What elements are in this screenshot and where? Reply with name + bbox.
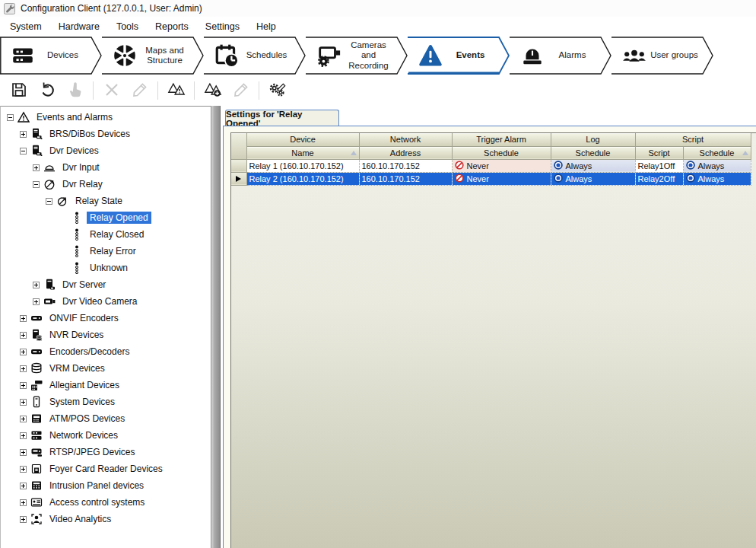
tree-item-nvr-devices[interactable]: NVR Devices	[1, 327, 211, 343]
expand-icon[interactable]	[20, 131, 27, 138]
cell-script[interactable]: Relay2Off	[635, 172, 683, 185]
menu-tools[interactable]: Tools	[108, 19, 147, 34]
column-header-schedule[interactable]: Schedule	[452, 146, 551, 159]
tree-item-label[interactable]: BRS/DiBos Devices	[46, 128, 133, 140]
activate-button[interactable]	[61, 79, 89, 102]
tree-item-label[interactable]: Access control systems	[46, 496, 148, 508]
column-group-script[interactable]: Script	[635, 133, 751, 146]
expand-icon[interactable]	[20, 499, 27, 506]
edit-compound-event-button[interactable]	[227, 79, 255, 102]
tree-item-label[interactable]: Allegiant Devices	[46, 379, 122, 391]
collapse-icon[interactable]	[46, 198, 52, 205]
tree-item-label[interactable]: Video Analytics	[46, 513, 114, 525]
expand-icon[interactable]	[20, 365, 27, 372]
expand-icon[interactable]	[33, 282, 40, 288]
tree-item-label[interactable]: Dvr Server	[59, 279, 109, 291]
tree-item-network-devices[interactable]: Network Devices	[1, 427, 211, 444]
column-header-script[interactable]: Script	[635, 146, 683, 159]
tree-item-rtsp-jpeg-devices[interactable]: RTSP/JPEG Devices	[1, 444, 211, 460]
expand-icon[interactable]	[33, 164, 40, 171]
add-compound-event-button[interactable]	[199, 79, 227, 102]
tab-schedules[interactable]: Schedules	[204, 37, 306, 75]
tab-alarms[interactable]: Alarms	[510, 37, 611, 75]
expand-icon[interactable]	[33, 298, 40, 305]
tree-item-brs-dibos-devices[interactable]: BRS/DiBos Devices	[1, 126, 211, 142]
menu-reports[interactable]: Reports	[147, 19, 197, 34]
column-header-name[interactable]: Name	[246, 146, 359, 159]
current-row-marker[interactable]	[231, 172, 246, 185]
tree-item-allegiant-devices[interactable]: Allegiant Devices	[1, 377, 211, 393]
tab-devices[interactable]: Devices	[0, 37, 102, 75]
expand-icon[interactable]	[20, 349, 27, 355]
expand-icon[interactable]	[20, 483, 27, 489]
expand-icon[interactable]	[20, 449, 27, 456]
tree-item-label[interactable]: Foyer Card Reader Devices	[46, 463, 166, 475]
tree-item-label[interactable]: Relay Opened	[87, 212, 151, 224]
settings-tab[interactable]: Settings for 'Relay Opened'	[225, 110, 339, 126]
tree-item-label[interactable]: NVR Devices	[46, 329, 106, 341]
tab-maps-and-structure[interactable]: Maps and Structure	[102, 37, 204, 75]
expand-icon[interactable]	[20, 466, 27, 473]
tree-item-label[interactable]: VRM Devices	[46, 362, 108, 374]
tree-item-label[interactable]: RTSP/JPEG Devices	[46, 446, 138, 458]
tree-item-relay-error[interactable]: Relay Error	[1, 243, 211, 260]
tree-item-dvr-relay[interactable]: Dvr Relay	[1, 176, 211, 193]
delete-button[interactable]	[97, 79, 125, 102]
tree-item-atm-pos-devices[interactable]: ATM/POS Devices	[1, 410, 211, 427]
tree-item-label[interactable]: Dvr Relay	[59, 178, 106, 190]
menu-system[interactable]: System	[2, 19, 50, 34]
expand-icon[interactable]	[20, 399, 27, 406]
expand-icon[interactable]	[20, 315, 27, 322]
tree-item-label[interactable]: Network Devices	[46, 429, 121, 441]
tree-item-events-and-alarms[interactable]: Events and Alarms	[1, 109, 211, 126]
undo-button[interactable]	[33, 79, 61, 102]
cell-script-schedule[interactable]: Always	[683, 159, 751, 172]
menu-help[interactable]: Help	[248, 19, 284, 34]
tree-item-dvr-devices[interactable]: Dvr Devices	[1, 142, 211, 159]
cell-trigger-schedule[interactable]: Never	[452, 159, 551, 172]
panel-splitter[interactable]	[211, 106, 221, 548]
column-header-schedule[interactable]: Schedule	[683, 146, 751, 159]
cell-name[interactable]: Relay 1 (160.10.170.152)	[246, 159, 359, 172]
tree-item-label[interactable]: Relay Closed	[87, 228, 147, 241]
tree-item-label[interactable]: Dvr Input	[59, 161, 103, 174]
rename-event-button[interactable]	[162, 79, 190, 102]
tree-item-label[interactable]: Dvr Devices	[46, 145, 102, 157]
cell-script-schedule[interactable]: Always	[683, 172, 751, 185]
column-header-address[interactable]: Address	[359, 146, 452, 159]
expand-icon[interactable]	[20, 332, 27, 339]
tree-item-label[interactable]: ATM/POS Devices	[46, 413, 128, 425]
collapse-icon[interactable]	[33, 181, 40, 188]
tree-item-dvr-server[interactable]: Dvr Server	[1, 276, 211, 293]
tree-item-label[interactable]: Relay State	[72, 195, 125, 207]
tree-item-system-devices[interactable]: System Devices	[1, 393, 211, 410]
tree-item-label[interactable]: Intrusion Panel devices	[46, 480, 147, 492]
tab-cameras-and-recording[interactable]: Cameras and Recording	[306, 37, 408, 75]
save-button[interactable]	[5, 79, 33, 102]
menu-settings[interactable]: Settings	[197, 19, 248, 34]
tab-events[interactable]: Events	[408, 37, 510, 75]
tree-item-label[interactable]: ONVIF Encoders	[46, 312, 122, 324]
tree-item-intrusion-panel-devices[interactable]: Intrusion Panel devices	[1, 477, 211, 494]
tree-item-dvr-input[interactable]: Dvr Input	[1, 159, 211, 176]
tree-item-label[interactable]: Relay Error	[87, 245, 139, 257]
cell-script[interactable]: Relay1Off	[635, 159, 683, 172]
tree-item-relay-state[interactable]: Relay State	[1, 193, 211, 209]
tree-item-onvif-encoders[interactable]: ONVIF Encoders	[1, 310, 211, 327]
cell-name[interactable]: Relay 2 (160.10.170.152)	[246, 172, 359, 185]
tree-item-relay-opened[interactable]: Relay Opened	[1, 209, 211, 226]
row-selector[interactable]	[231, 159, 246, 172]
collapse-icon[interactable]	[20, 148, 27, 155]
expand-icon[interactable]	[20, 516, 27, 523]
tree-item-vrm-devices[interactable]: VRM Devices	[1, 360, 211, 377]
tree-item-access-control-systems[interactable]: Access control systems	[1, 494, 211, 511]
column-group-device[interactable]: Device	[246, 133, 359, 146]
column-group-log[interactable]: Log	[551, 133, 635, 146]
column-header-schedule[interactable]: Schedule	[551, 146, 635, 159]
tree-item-unknown[interactable]: Unknown	[1, 260, 211, 276]
table-row[interactable]: Relay 2 (160.10.170.152)160.10.170.152Ne…	[231, 172, 751, 185]
row-selector-header[interactable]	[231, 133, 246, 159]
tree-item-label[interactable]: Encoders/Decoders	[46, 346, 132, 358]
tab-user-groups[interactable]: User groups	[611, 37, 713, 75]
cell-log-schedule[interactable]: Always	[551, 159, 635, 172]
